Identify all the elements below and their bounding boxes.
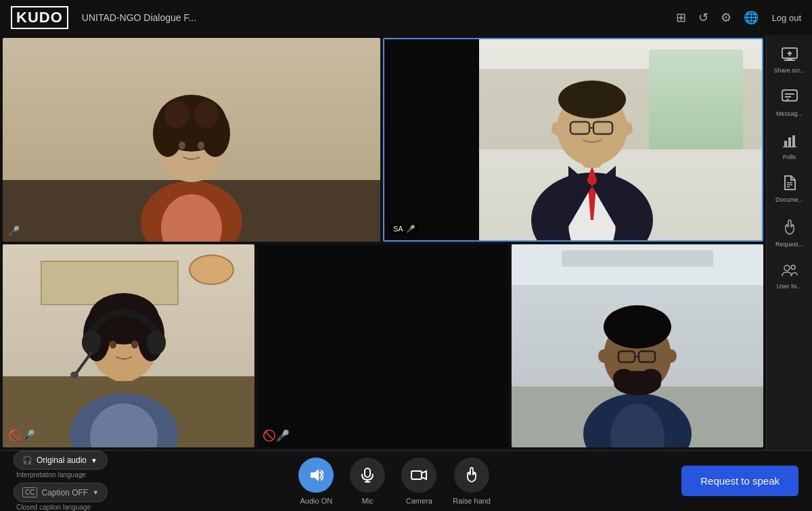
- participant-video-top-right: [518, 44, 667, 240]
- participant-video-bottom-right: [570, 278, 705, 447]
- svg-point-41: [640, 369, 662, 388]
- camera-button[interactable]: [401, 458, 436, 493]
- request-icon: [782, 219, 797, 238]
- audio-control[interactable]: Audio ON: [298, 458, 334, 505]
- mic-label: Mic: [362, 497, 374, 505]
- settings-icon[interactable]: ⚙: [721, 10, 731, 25]
- language-icon[interactable]: 🌐: [744, 10, 759, 25]
- main-content: 🎤: [0, 35, 812, 450]
- user-list-icon: [782, 263, 798, 280]
- camera-control[interactable]: Camera: [401, 458, 436, 505]
- speaker-mic-icon: 🎤: [406, 225, 415, 234]
- share-screen-label: Share scr...: [774, 67, 805, 74]
- svg-point-33: [131, 340, 138, 349]
- mic-control[interactable]: Mic: [350, 458, 385, 505]
- headset-icon: 🎧: [22, 456, 32, 465]
- polls-label: Polls: [783, 154, 796, 161]
- raise-hand-label: Raise hand: [453, 497, 491, 505]
- svg-point-16: [558, 81, 626, 118]
- svg-point-30: [147, 330, 166, 355]
- toolbar-right: Request to speak: [681, 466, 798, 496]
- messages-label: Messag...: [776, 110, 803, 118]
- video-cell-bottom-left: 🚫🎤: [3, 244, 254, 448]
- svg-marker-63: [311, 469, 319, 481]
- camera-layout-icon[interactable]: ⊞: [676, 10, 686, 25]
- caption-selector[interactable]: CC Caption OFF ▼: [14, 483, 108, 502]
- right-sidebar: Share scr... Messag...: [766, 35, 812, 450]
- refresh-icon[interactable]: ↺: [698, 10, 708, 25]
- caption-icon: CC: [22, 487, 37, 497]
- svg-marker-68: [422, 471, 426, 479]
- documents-icon: [784, 175, 796, 194]
- caption-selector-wrapper: CC Caption OFF ▼ Closed caption language: [14, 483, 108, 511]
- svg-rect-64: [365, 468, 370, 477]
- messages-icon: [782, 89, 798, 108]
- sidebar-item-request[interactable]: Request...: [767, 212, 812, 255]
- svg-point-29: [82, 330, 101, 355]
- svg-rect-56: [792, 135, 795, 147]
- svg-rect-55: [788, 137, 791, 147]
- raise-hand-button[interactable]: [454, 458, 489, 493]
- raise-hand-control[interactable]: Raise hand: [453, 458, 491, 505]
- svg-point-46: [666, 349, 677, 363]
- svg-point-31: [70, 372, 78, 378]
- svg-point-8: [194, 101, 219, 128]
- sidebar-item-user-list[interactable]: User lis...: [767, 257, 812, 297]
- language-selector-label: Interpretation language: [14, 471, 108, 479]
- svg-rect-51: [782, 90, 797, 101]
- logo: KUDO: [11, 6, 68, 29]
- caption-value: Caption OFF: [41, 488, 88, 497]
- language-chevron-icon: ▼: [91, 457, 97, 464]
- svg-point-7: [164, 101, 189, 128]
- mic-indicator-top-left: 🎤: [8, 225, 20, 236]
- user-list-label: User lis...: [777, 283, 803, 290]
- camera-label: Camera: [406, 497, 432, 505]
- svg-rect-54: [784, 141, 787, 147]
- header-icons: ⊞ ↺ ⚙ 🌐: [676, 10, 759, 25]
- video-grid: 🎤: [0, 35, 766, 450]
- audio-button[interactable]: [298, 458, 334, 493]
- svg-point-10: [198, 141, 204, 150]
- video-row-bottom: 🚫🎤 🚫🎤: [3, 244, 763, 448]
- request-label: Request...: [775, 241, 803, 248]
- sidebar-item-polls[interactable]: Polls: [767, 126, 812, 168]
- participant-video-bottom-left: [56, 265, 191, 447]
- speaker-label: SA: [393, 225, 403, 233]
- svg-point-20: [551, 122, 562, 135]
- svg-point-61: [784, 265, 790, 271]
- svg-rect-67: [411, 471, 422, 479]
- video-cell-bottom-center: 🚫🎤: [257, 244, 509, 448]
- svg-point-40: [613, 369, 635, 388]
- sidebar-item-messages[interactable]: Messag...: [767, 83, 812, 125]
- language-value: Original audio: [37, 456, 87, 465]
- meeting-title: UNITAD-NGO Dialogue F...: [82, 12, 676, 23]
- caption-selector-label: Closed caption language: [14, 504, 108, 511]
- toolbar: 🎧 Original audio ▼ Interpretation langua…: [0, 450, 812, 511]
- svg-point-9: [179, 141, 185, 150]
- sidebar-item-share-screen[interactable]: Share scr...: [767, 41, 812, 81]
- polls-icon: [782, 133, 797, 151]
- video-cell-top-left: 🎤: [3, 38, 380, 242]
- documents-label: Docume...: [775, 196, 803, 204]
- caption-chevron-icon: ▼: [92, 489, 99, 496]
- audio-label: Audio ON: [300, 497, 332, 505]
- toolbar-controls: Audio ON Mic Camera: [118, 458, 671, 505]
- muted-icon-bottom-center: 🚫🎤: [263, 429, 290, 442]
- participant-video-top-left: [124, 66, 259, 242]
- muted-icon-bottom-left: 🚫🎤: [8, 429, 35, 442]
- svg-point-32: [110, 340, 116, 349]
- toolbar-selectors: 🎧 Original audio ▼ Interpretation langua…: [14, 451, 108, 511]
- video-cell-bottom-right: [512, 244, 763, 448]
- mic-button[interactable]: [350, 458, 385, 493]
- language-selector[interactable]: 🎧 Original audio ▼: [14, 451, 108, 470]
- share-screen-icon: [782, 47, 798, 64]
- svg-point-38: [604, 305, 671, 349]
- logout-button[interactable]: Log out: [772, 13, 801, 23]
- cell-label-top-right: SA 🎤: [390, 223, 419, 235]
- language-selector-wrapper: 🎧 Original audio ▼ Interpretation langua…: [14, 451, 108, 479]
- video-cell-top-right: SA 🎤: [383, 38, 763, 242]
- svg-point-21: [622, 122, 633, 135]
- request-to-speak-button[interactable]: Request to speak: [681, 466, 798, 496]
- svg-point-45: [598, 349, 609, 363]
- sidebar-item-documents[interactable]: Docume...: [767, 169, 812, 210]
